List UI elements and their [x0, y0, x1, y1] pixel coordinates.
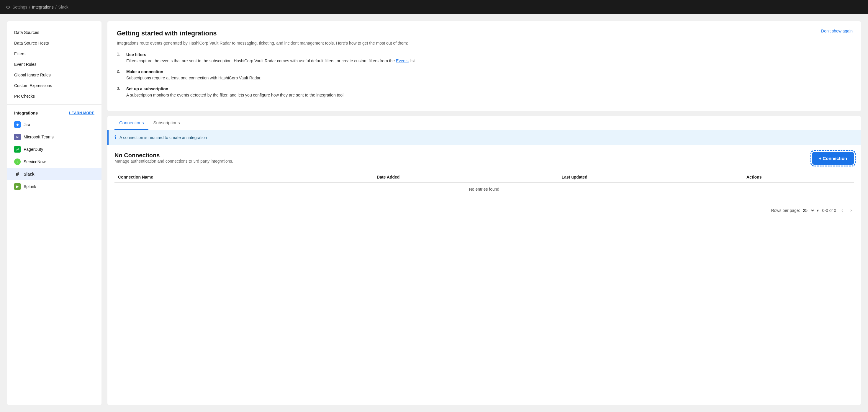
tab-subscriptions[interactable]: Subscriptions — [148, 116, 184, 130]
sidebar-item-servicenow[interactable]: ○ ServiceNow — [7, 155, 101, 168]
sidebar-item-pr-checks[interactable]: PR Checks — [7, 91, 101, 101]
connections-desc: Manage authentication and connections to… — [115, 159, 233, 164]
steps-list: 1. Use filters Filters capture the event… — [117, 52, 851, 98]
table-empty-row: No entries found — [115, 183, 854, 196]
rows-per-page-select[interactable]: 25 50 100 — [802, 208, 815, 213]
tab-connections[interactable]: Connections — [115, 116, 148, 130]
table-header-row: Connection Name Date Added Last updated … — [115, 172, 854, 183]
th-actions: Actions — [743, 172, 854, 183]
sidebar-item-microsoft-teams[interactable]: M Microsoft Teams — [7, 131, 101, 143]
page-info: 0-0 of 0 — [822, 208, 836, 213]
th-connection-name: Connection Name — [115, 172, 373, 183]
empty-message: No entries found — [115, 183, 854, 196]
alert-banner: ℹ A connection is required to create an … — [107, 130, 861, 145]
dropdown-arrow-icon: ▾ — [817, 208, 819, 213]
breadcrumb-sep2: / — [56, 5, 57, 9]
th-last-updated: Last updated — [558, 172, 743, 183]
th-date-added: Date Added — [373, 172, 558, 183]
sidebar-item-global-ignore-rules[interactable]: Global Ignore Rules — [7, 70, 101, 80]
connections-header: No Connections Manage authentication and… — [115, 152, 854, 169]
splunk-icon: ▶ — [14, 183, 21, 190]
main-container: Data Sources Data Source Hosts Filters E… — [0, 14, 868, 412]
step-3-number: 3. — [117, 86, 123, 98]
topbar: ⚙ Settings / Integrations / Slack — [0, 0, 868, 14]
dont-show-again-link[interactable]: Don't show again — [821, 28, 852, 34]
step-3: 3. Set up a subscription A subscription … — [117, 86, 851, 98]
step-3-content: Set up a subscription A subscription mon… — [126, 86, 345, 98]
alert-text: A connection is required to create an in… — [120, 135, 207, 140]
sidebar-item-splunk[interactable]: ▶ Splunk — [7, 180, 101, 193]
getting-started-title: Getting started with integrations — [117, 30, 851, 37]
step-1-content: Use filters Filters capture the events t… — [126, 52, 416, 64]
servicenow-icon: ○ — [14, 158, 21, 165]
table-header: Connection Name Date Added Last updated … — [115, 172, 854, 183]
tabs-bar: Connections Subscriptions — [107, 116, 861, 130]
step-3-desc: A subscription monitors the events detec… — [126, 93, 345, 97]
getting-started-desc: Integrations route events generated by H… — [117, 40, 851, 46]
jira-icon: ◆ — [14, 121, 21, 128]
connections-table: Connection Name Date Added Last updated … — [115, 172, 854, 196]
sidebar-item-jira[interactable]: ◆ Jira — [7, 118, 101, 131]
sidebar-item-data-sources[interactable]: Data Sources — [7, 27, 101, 38]
slack-icon: # — [14, 171, 21, 177]
getting-started-panel: Getting started with integrations Integr… — [107, 21, 861, 111]
breadcrumb-settings: Settings — [12, 5, 27, 9]
add-connection-button[interactable]: + Connection — [812, 152, 854, 165]
next-page-button[interactable]: › — [848, 207, 854, 214]
step-1-number: 1. — [117, 52, 123, 64]
rows-per-page: Rows per page: 25 50 100 ▾ — [771, 208, 818, 213]
sidebar: Data Sources Data Source Hosts Filters E… — [7, 21, 101, 405]
sidebar-integrations-header: Integrations LEARN MORE — [7, 108, 101, 118]
breadcrumb-sep1: / — [29, 5, 30, 9]
sidebar-item-data-source-hosts[interactable]: Data Source Hosts — [7, 38, 101, 49]
rows-per-page-label: Rows per page: — [771, 208, 800, 213]
step-1-title: Use filters — [126, 52, 146, 57]
connections-title: No Connections — [115, 152, 233, 159]
prev-page-button[interactable]: ‹ — [840, 207, 845, 214]
sidebar-item-slack[interactable]: # Slack — [7, 168, 101, 180]
step-3-title: Set up a subscription — [126, 86, 168, 91]
step-1-desc: Filters capture the events that are sent… — [126, 58, 416, 63]
events-link[interactable]: Events — [396, 58, 409, 63]
sidebar-item-pagerduty[interactable]: pd PagerDuty — [7, 143, 101, 155]
step-2-desc: Subscriptions require at least one conne… — [126, 76, 261, 80]
sidebar-integrations-title: Integrations — [14, 111, 38, 115]
connections-panel: Connections Subscriptions ℹ A connection… — [107, 116, 861, 405]
pagination-bar: Rows per page: 25 50 100 ▾ 0-0 of 0 ‹ › — [107, 203, 861, 217]
info-icon: ℹ — [115, 134, 117, 141]
sidebar-item-filters[interactable]: Filters — [7, 49, 101, 59]
step-2: 2. Make a connection Subscriptions requi… — [117, 69, 851, 81]
connections-content: No Connections Manage authentication and… — [107, 145, 861, 203]
settings-icon: ⚙ — [6, 4, 10, 10]
pagerduty-icon: pd — [14, 146, 21, 153]
sidebar-item-event-rules[interactable]: Event Rules — [7, 59, 101, 70]
sidebar-item-custom-expressions[interactable]: Custom Expressions — [7, 80, 101, 91]
learn-more-link[interactable]: LEARN MORE — [69, 111, 94, 115]
step-2-title: Make a connection — [126, 69, 163, 74]
step-2-number: 2. — [117, 69, 123, 81]
step-1: 1. Use filters Filters capture the event… — [117, 52, 851, 64]
content-area: Getting started with integrations Integr… — [107, 21, 861, 405]
step-2-content: Make a connection Subscriptions require … — [126, 69, 261, 81]
breadcrumb-integrations[interactable]: Integrations — [32, 5, 53, 9]
sidebar-divider — [7, 105, 101, 105]
table-body: No entries found — [115, 183, 854, 196]
connections-title-group: No Connections Manage authentication and… — [115, 152, 233, 169]
breadcrumb: Settings / Integrations / Slack — [12, 5, 68, 9]
teams-icon: M — [14, 134, 21, 140]
breadcrumb-current: Slack — [58, 5, 68, 9]
